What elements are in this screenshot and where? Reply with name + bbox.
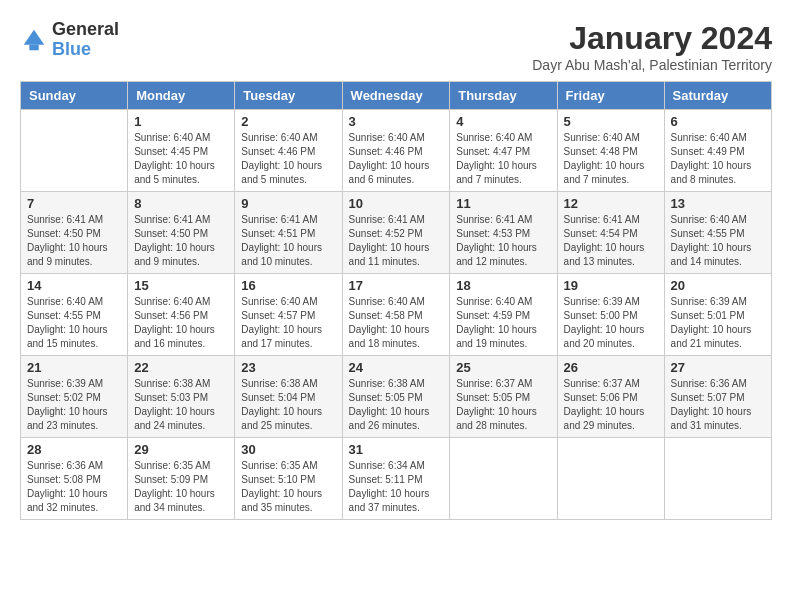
calendar-cell: 10Sunrise: 6:41 AMSunset: 4:52 PMDayligh… — [342, 192, 450, 274]
day-info: Sunrise: 6:40 AMSunset: 4:59 PMDaylight:… — [456, 295, 550, 351]
calendar-cell: 22Sunrise: 6:38 AMSunset: 5:03 PMDayligh… — [128, 356, 235, 438]
calendar-cell: 4Sunrise: 6:40 AMSunset: 4:47 PMDaylight… — [450, 110, 557, 192]
logo-blue: Blue — [52, 40, 119, 60]
day-info: Sunrise: 6:39 AMSunset: 5:02 PMDaylight:… — [27, 377, 121, 433]
day-info: Sunrise: 6:40 AMSunset: 4:48 PMDaylight:… — [564, 131, 658, 187]
calendar-header-row: SundayMondayTuesdayWednesdayThursdayFrid… — [21, 82, 772, 110]
calendar-cell: 11Sunrise: 6:41 AMSunset: 4:53 PMDayligh… — [450, 192, 557, 274]
logo-area: General Blue — [20, 20, 119, 60]
day-info: Sunrise: 6:38 AMSunset: 5:05 PMDaylight:… — [349, 377, 444, 433]
day-number: 14 — [27, 278, 121, 293]
day-info: Sunrise: 6:40 AMSunset: 4:55 PMDaylight:… — [671, 213, 765, 269]
day-info: Sunrise: 6:41 AMSunset: 4:50 PMDaylight:… — [134, 213, 228, 269]
day-number: 23 — [241, 360, 335, 375]
day-info: Sunrise: 6:40 AMSunset: 4:49 PMDaylight:… — [671, 131, 765, 187]
day-info: Sunrise: 6:36 AMSunset: 5:07 PMDaylight:… — [671, 377, 765, 433]
calendar-cell: 18Sunrise: 6:40 AMSunset: 4:59 PMDayligh… — [450, 274, 557, 356]
day-number: 17 — [349, 278, 444, 293]
day-number: 21 — [27, 360, 121, 375]
day-number: 3 — [349, 114, 444, 129]
title-area: January 2024 Dayr Abu Mash'al, Palestini… — [532, 20, 772, 73]
calendar-cell: 26Sunrise: 6:37 AMSunset: 5:06 PMDayligh… — [557, 356, 664, 438]
calendar-cell — [450, 438, 557, 520]
month-title: January 2024 — [532, 20, 772, 57]
day-number: 27 — [671, 360, 765, 375]
day-number: 7 — [27, 196, 121, 211]
day-number: 1 — [134, 114, 228, 129]
day-number: 10 — [349, 196, 444, 211]
calendar-cell — [21, 110, 128, 192]
day-info: Sunrise: 6:40 AMSunset: 4:56 PMDaylight:… — [134, 295, 228, 351]
day-of-week-header: Monday — [128, 82, 235, 110]
day-info: Sunrise: 6:40 AMSunset: 4:47 PMDaylight:… — [456, 131, 550, 187]
day-info: Sunrise: 6:40 AMSunset: 4:58 PMDaylight:… — [349, 295, 444, 351]
day-of-week-header: Saturday — [664, 82, 771, 110]
day-number: 11 — [456, 196, 550, 211]
day-info: Sunrise: 6:41 AMSunset: 4:50 PMDaylight:… — [27, 213, 121, 269]
logo-text: General Blue — [52, 20, 119, 60]
day-number: 16 — [241, 278, 335, 293]
day-number: 29 — [134, 442, 228, 457]
day-info: Sunrise: 6:40 AMSunset: 4:46 PMDaylight:… — [349, 131, 444, 187]
calendar-cell: 15Sunrise: 6:40 AMSunset: 4:56 PMDayligh… — [128, 274, 235, 356]
day-info: Sunrise: 6:40 AMSunset: 4:55 PMDaylight:… — [27, 295, 121, 351]
day-info: Sunrise: 6:35 AMSunset: 5:10 PMDaylight:… — [241, 459, 335, 515]
calendar-cell: 2Sunrise: 6:40 AMSunset: 4:46 PMDaylight… — [235, 110, 342, 192]
calendar-cell: 29Sunrise: 6:35 AMSunset: 5:09 PMDayligh… — [128, 438, 235, 520]
calendar-cell — [664, 438, 771, 520]
calendar-cell: 27Sunrise: 6:36 AMSunset: 5:07 PMDayligh… — [664, 356, 771, 438]
calendar-cell: 8Sunrise: 6:41 AMSunset: 4:50 PMDaylight… — [128, 192, 235, 274]
day-info: Sunrise: 6:41 AMSunset: 4:51 PMDaylight:… — [241, 213, 335, 269]
day-of-week-header: Thursday — [450, 82, 557, 110]
calendar-cell: 14Sunrise: 6:40 AMSunset: 4:55 PMDayligh… — [21, 274, 128, 356]
day-number: 9 — [241, 196, 335, 211]
calendar-cell: 6Sunrise: 6:40 AMSunset: 4:49 PMDaylight… — [664, 110, 771, 192]
day-info: Sunrise: 6:38 AMSunset: 5:04 PMDaylight:… — [241, 377, 335, 433]
day-info: Sunrise: 6:40 AMSunset: 4:57 PMDaylight:… — [241, 295, 335, 351]
day-of-week-header: Tuesday — [235, 82, 342, 110]
logo-general: General — [52, 20, 119, 40]
svg-rect-1 — [29, 44, 38, 50]
calendar-cell: 16Sunrise: 6:40 AMSunset: 4:57 PMDayligh… — [235, 274, 342, 356]
calendar-cell: 31Sunrise: 6:34 AMSunset: 5:11 PMDayligh… — [342, 438, 450, 520]
day-info: Sunrise: 6:39 AMSunset: 5:01 PMDaylight:… — [671, 295, 765, 351]
day-number: 8 — [134, 196, 228, 211]
calendar-week-row: 7Sunrise: 6:41 AMSunset: 4:50 PMDaylight… — [21, 192, 772, 274]
calendar-cell: 7Sunrise: 6:41 AMSunset: 4:50 PMDaylight… — [21, 192, 128, 274]
day-number: 19 — [564, 278, 658, 293]
calendar-cell: 9Sunrise: 6:41 AMSunset: 4:51 PMDaylight… — [235, 192, 342, 274]
day-number: 26 — [564, 360, 658, 375]
day-number: 18 — [456, 278, 550, 293]
day-info: Sunrise: 6:37 AMSunset: 5:06 PMDaylight:… — [564, 377, 658, 433]
day-info: Sunrise: 6:41 AMSunset: 4:54 PMDaylight:… — [564, 213, 658, 269]
day-info: Sunrise: 6:39 AMSunset: 5:00 PMDaylight:… — [564, 295, 658, 351]
calendar-cell: 24Sunrise: 6:38 AMSunset: 5:05 PMDayligh… — [342, 356, 450, 438]
day-info: Sunrise: 6:40 AMSunset: 4:46 PMDaylight:… — [241, 131, 335, 187]
day-number: 30 — [241, 442, 335, 457]
calendar-cell: 30Sunrise: 6:35 AMSunset: 5:10 PMDayligh… — [235, 438, 342, 520]
calendar-week-row: 14Sunrise: 6:40 AMSunset: 4:55 PMDayligh… — [21, 274, 772, 356]
calendar-week-row: 1Sunrise: 6:40 AMSunset: 4:45 PMDaylight… — [21, 110, 772, 192]
day-info: Sunrise: 6:36 AMSunset: 5:08 PMDaylight:… — [27, 459, 121, 515]
day-number: 4 — [456, 114, 550, 129]
day-of-week-header: Friday — [557, 82, 664, 110]
day-number: 5 — [564, 114, 658, 129]
calendar-cell: 5Sunrise: 6:40 AMSunset: 4:48 PMDaylight… — [557, 110, 664, 192]
svg-marker-0 — [24, 30, 45, 45]
calendar-cell: 20Sunrise: 6:39 AMSunset: 5:01 PMDayligh… — [664, 274, 771, 356]
day-number: 31 — [349, 442, 444, 457]
calendar-cell: 19Sunrise: 6:39 AMSunset: 5:00 PMDayligh… — [557, 274, 664, 356]
calendar-cell: 13Sunrise: 6:40 AMSunset: 4:55 PMDayligh… — [664, 192, 771, 274]
day-number: 20 — [671, 278, 765, 293]
calendar-cell: 3Sunrise: 6:40 AMSunset: 4:46 PMDaylight… — [342, 110, 450, 192]
day-info: Sunrise: 6:34 AMSunset: 5:11 PMDaylight:… — [349, 459, 444, 515]
day-info: Sunrise: 6:41 AMSunset: 4:52 PMDaylight:… — [349, 213, 444, 269]
calendar-week-row: 21Sunrise: 6:39 AMSunset: 5:02 PMDayligh… — [21, 356, 772, 438]
day-of-week-header: Wednesday — [342, 82, 450, 110]
calendar-cell: 25Sunrise: 6:37 AMSunset: 5:05 PMDayligh… — [450, 356, 557, 438]
calendar-table: SundayMondayTuesdayWednesdayThursdayFrid… — [20, 81, 772, 520]
day-number: 15 — [134, 278, 228, 293]
page-container: General Blue January 2024 Dayr Abu Mash'… — [20, 20, 772, 520]
calendar-cell: 28Sunrise: 6:36 AMSunset: 5:08 PMDayligh… — [21, 438, 128, 520]
header: General Blue January 2024 Dayr Abu Mash'… — [20, 20, 772, 73]
